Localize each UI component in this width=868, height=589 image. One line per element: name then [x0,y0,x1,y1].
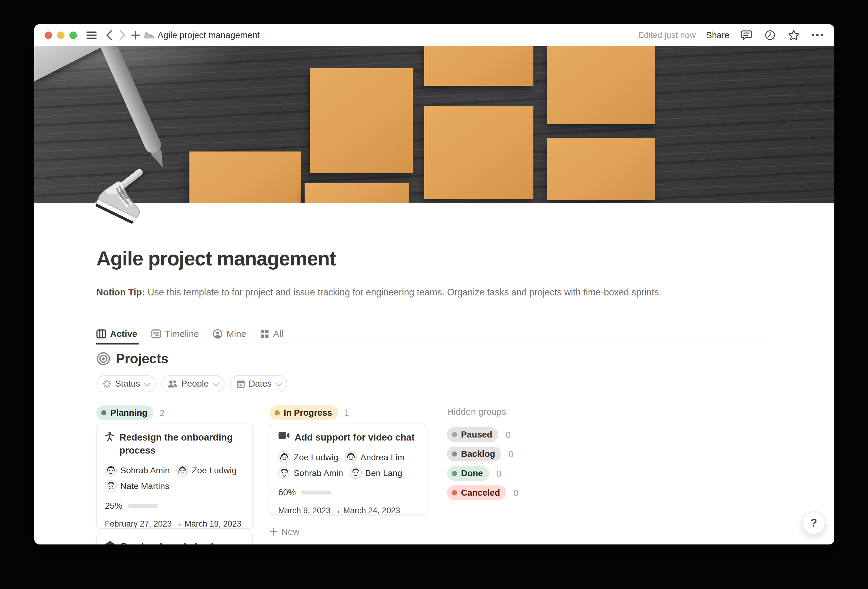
planning-dot-icon [101,410,106,415]
card-date-range: February 27, 2023 → March 19, 2023 [105,519,245,529]
in-progress-group-pill: In Progress [270,405,338,420]
history-clock-icon[interactable] [763,28,777,42]
view-tabs: Active Timeline Mine All [96,324,772,344]
done-label: Done [461,468,483,478]
plus-icon [270,528,278,536]
edited-status: Edited just now [638,30,696,40]
chevron-down-icon [213,379,219,387]
progress-row: 25% [105,501,245,511]
canceled-label: Canceled [461,488,500,498]
new-card-button[interactable]: New [270,527,300,537]
person-chip[interactable]: Zoe Ludwig [278,451,338,463]
comments-icon[interactable] [740,28,753,42]
tab-active[interactable]: Active [96,324,137,344]
tab-label: Active [110,329,137,339]
people-filter-label: People [181,379,208,389]
avatar [345,451,357,463]
favorite-star-icon[interactable] [787,28,800,42]
dates-filter-button[interactable]: Dates [230,375,288,393]
avatar [350,467,362,479]
projects-heading[interactable]: Projects [116,351,168,367]
status-spinner-icon [102,379,112,388]
canceled-group-pill: Canceled [447,486,506,500]
more-options-icon[interactable] [811,28,824,42]
help-label: ? [810,517,817,529]
avatar [105,465,117,477]
share-button[interactable]: Share [706,30,729,40]
notion-tip-label: Notion Tip: [96,287,145,297]
in-progress-dot-icon [275,410,280,415]
person-name: Zoe Ludwig [294,452,338,462]
new-card-label: New [281,527,300,537]
card-video-chat[interactable]: Add support for video chat Zoe Ludwig An… [270,424,427,515]
person-chip[interactable]: Zoe Ludwig [176,465,236,477]
canceled-dot-icon [452,490,457,495]
person-name: Sohrab Amin [294,468,343,478]
card-redesign-onboarding[interactable]: Redesign the onboarding process Sohrab A… [96,424,253,529]
tab-all[interactable]: All [260,324,283,344]
people-filter-button[interactable]: People [161,375,224,393]
in-progress-column-header[interactable]: In Progress 1 [270,405,349,420]
backlog-label: Backlog [461,449,495,459]
backlog-count: 0 [509,449,514,459]
page-icon-sneaker[interactable] [94,175,148,227]
minimize-window-button[interactable] [57,31,65,39]
person-chip[interactable]: Sohrab Amin [105,465,170,477]
card-knowledge-base[interactable]: Create a knowledge base for [96,533,253,545]
planning-count: 2 [159,408,165,418]
card-title: Add support for video chat [295,431,415,444]
person-chip[interactable]: Nate Martins [105,480,170,492]
backlog-group-pill: Backlog [447,447,501,461]
page-sneaker-icon [142,28,156,42]
person-chip[interactable]: Ben Lang [350,467,402,479]
in-progress-count: 1 [344,408,350,418]
hidden-group-done[interactable]: Done 0 [447,466,501,481]
sticky-note [547,46,655,124]
done-count: 0 [496,468,502,479]
progress-label: 60% [278,487,296,497]
back-icon[interactable] [102,28,116,42]
hidden-group-paused[interactable]: Paused 0 [447,427,511,442]
titlebar-page-title[interactable]: Agile project management [158,30,260,40]
person-name: Zoe Ludwig [192,465,236,475]
sidebar-menu-icon[interactable] [85,28,98,42]
tab-mine[interactable]: Mine [213,324,246,344]
help-button[interactable]: ? [802,511,825,534]
person-chip[interactable]: Andrea Lim [345,451,404,463]
status-filter-label: Status [115,379,140,389]
hidden-group-canceled[interactable]: Canceled 0 [447,486,518,500]
in-progress-label: In Progress [284,408,332,418]
forward-icon[interactable] [116,28,129,42]
cover-pen [80,46,164,156]
chevron-down-icon [276,379,282,387]
hidden-group-backlog[interactable]: Backlog 0 [447,447,514,461]
card-people: Sohrab Amin Zoe Ludwig Nate Martins [105,465,245,492]
planning-group-pill: Planning [96,405,154,420]
sticky-note [424,46,533,86]
avatar [278,467,290,479]
tab-label: All [273,329,283,339]
zoom-window-button[interactable] [69,31,77,39]
traffic-lights [44,31,77,39]
tab-label: Mine [226,329,246,339]
timeline-view-icon [151,329,161,338]
tab-timeline[interactable]: Timeline [151,324,199,344]
sticky-note [310,68,413,173]
card-title: Create a knowledge base for [120,540,245,545]
planning-column-header[interactable]: Planning 2 [96,405,165,420]
paused-group-pill: Paused [447,427,498,442]
people-icon [167,379,178,388]
cover-ruler [34,46,104,81]
cover-image[interactable] [34,46,834,203]
dates-filter-label: Dates [249,379,272,389]
page-title[interactable]: Agile project management [96,247,335,270]
person-chip[interactable]: Sohrab Amin [278,467,343,479]
calendar-icon [236,379,245,388]
filter-bar: Status People Dates [96,375,287,393]
sticky-note [547,138,655,200]
person-name: Andrea Lim [360,452,404,462]
close-window-button[interactable] [44,31,52,39]
status-filter-button[interactable]: Status [96,375,156,393]
new-tab-icon[interactable] [129,28,142,42]
paused-label: Paused [461,430,492,440]
